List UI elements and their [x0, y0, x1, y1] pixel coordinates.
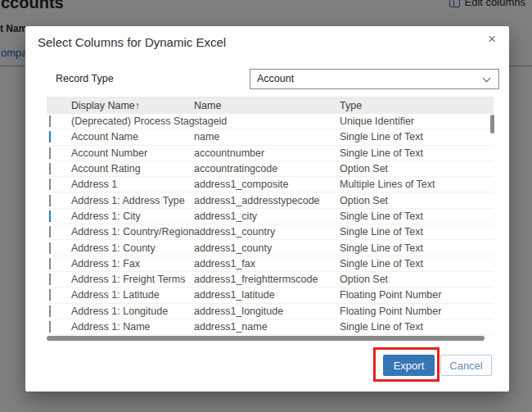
- checkmark-icon: ✓: [51, 131, 57, 138]
- name-cell: stageid: [194, 115, 340, 127]
- header-type[interactable]: Type: [340, 100, 494, 111]
- name-cell: address1_longitude: [194, 306, 340, 317]
- column-checkbox[interactable]: ✓: [49, 211, 51, 222]
- column-checkbox[interactable]: ✓: [49, 131, 51, 143]
- display-name-cell: Address 1: Fax: [71, 258, 194, 269]
- table-row[interactable]: ✓ Address 1: City address1_city Single L…: [47, 209, 494, 224]
- display-name-cell: Address 1: Address Type: [71, 195, 194, 206]
- record-type-select[interactable]: Account: [250, 69, 499, 89]
- vertical-scrollbar[interactable]: [490, 114, 494, 335]
- header-name[interactable]: Name: [194, 100, 340, 111]
- table-row[interactable]: Account Rating accountratingcode Option …: [47, 161, 494, 177]
- display-name-cell: Account Name: [71, 131, 194, 143]
- type-cell: Single Line of Text: [340, 147, 494, 159]
- column-checkbox[interactable]: [49, 226, 51, 238]
- vertical-scrollbar-thumb[interactable]: [490, 115, 494, 134]
- type-cell: Single Line of Text: [340, 211, 494, 222]
- checkmark-icon: ✓: [51, 211, 57, 218]
- name-cell: address1_city: [194, 211, 340, 222]
- table-row[interactable]: Address 1: Country/Region address1_count…: [47, 224, 494, 240]
- column-checkbox[interactable]: [49, 195, 51, 206]
- record-type-row: Record Type Account: [56, 69, 499, 89]
- type-cell: Option Set: [340, 195, 494, 206]
- name-cell: accountratingcode: [194, 163, 340, 174]
- name-cell: name: [194, 131, 340, 143]
- type-cell: Floating Point Number: [340, 289, 494, 301]
- display-name-cell: (Deprecated) Process Stage: [71, 115, 194, 127]
- sort-ascending-icon: ↑: [135, 100, 140, 111]
- table-row[interactable]: Address 1: Fax address1_fax Single Line …: [47, 256, 494, 272]
- display-name-cell: Address 1: County: [71, 242, 194, 254]
- type-cell: Floating Point Number: [340, 306, 494, 317]
- column-checkbox[interactable]: [49, 306, 51, 317]
- column-checkbox[interactable]: [49, 115, 51, 127]
- column-checkbox[interactable]: [49, 147, 51, 159]
- type-cell: Single Line of Text: [340, 131, 494, 143]
- horizontal-scrollbar-thumb[interactable]: [47, 336, 485, 341]
- name-cell: address1_composite: [194, 179, 340, 190]
- display-name-cell: Account Number: [71, 147, 194, 159]
- header-display-name[interactable]: Display Name↑: [71, 100, 194, 111]
- column-checkbox[interactable]: [49, 163, 51, 174]
- type-cell: Single Line of Text: [340, 242, 494, 254]
- type-cell: Option Set: [340, 274, 494, 285]
- close-icon[interactable]: ×: [488, 32, 496, 46]
- table-row[interactable]: Address 1: County address1_county Single…: [47, 240, 494, 256]
- record-type-value: Account: [257, 73, 294, 84]
- table-row[interactable]: Address 1: Address Type address1_address…: [47, 192, 494, 208]
- select-columns-dialog: Select Columns for Dynamic Excel × Recor…: [25, 26, 509, 392]
- table-row[interactable]: Account Number accountnumber Single Line…: [47, 146, 494, 161]
- display-name-cell: Address 1: Latitude: [71, 289, 194, 301]
- name-cell: address1_addresstypecode: [194, 195, 340, 206]
- display-name-cell: Address 1: Longitude: [71, 306, 194, 317]
- table-row[interactable]: (Deprecated) Process Stage stageid Uniqu…: [47, 114, 494, 129]
- record-type-label: Record Type: [56, 73, 114, 84]
- type-cell: Option Set: [340, 163, 494, 174]
- column-checkbox[interactable]: [49, 242, 51, 254]
- display-name-cell: Address 1: [71, 179, 194, 190]
- horizontal-scrollbar[interactable]: [47, 336, 485, 341]
- column-checkbox[interactable]: [49, 274, 51, 285]
- name-cell: address1_freighttermscode: [194, 274, 340, 285]
- table-row[interactable]: ✓ Account Name name Single Line of Text: [47, 129, 494, 145]
- type-cell: Multiple Lines of Text: [340, 179, 494, 190]
- table-row[interactable]: Address 1: Freight Terms address1_freigh…: [47, 272, 494, 287]
- table-row[interactable]: Address 1 address1_composite Multiple Li…: [47, 177, 494, 192]
- screen: ccounts t Name ompan Edit columns Select…: [0, 0, 532, 412]
- type-cell: Single Line of Text: [340, 321, 494, 333]
- display-name-cell: Address 1: Name: [71, 321, 194, 333]
- name-cell: accountnumber: [194, 147, 340, 159]
- chevron-down-icon: [483, 75, 491, 83]
- name-cell: address1_name: [194, 321, 340, 333]
- dialog-title: Select Columns for Dynamic Excel: [38, 35, 226, 49]
- display-name-cell: Account Rating: [71, 163, 194, 174]
- display-name-cell: Address 1: Country/Region: [71, 226, 194, 238]
- table-row[interactable]: Address 1: Latitude address1_latitude Fl…: [47, 287, 494, 303]
- display-name-cell: Address 1: Freight Terms: [71, 274, 194, 285]
- column-checkbox[interactable]: [49, 321, 51, 333]
- type-cell: Unique Identifier: [340, 115, 494, 127]
- columns-table: Display Name↑ Name Type (Deprecated) Pro…: [47, 97, 494, 335]
- column-checkbox[interactable]: [49, 179, 51, 190]
- column-checkbox[interactable]: [49, 289, 51, 301]
- column-checkbox[interactable]: [49, 258, 51, 269]
- name-cell: address1_fax: [194, 258, 340, 269]
- display-name-cell: Address 1: City: [71, 211, 194, 222]
- type-cell: Single Line of Text: [340, 258, 494, 269]
- export-button[interactable]: Export: [383, 355, 435, 376]
- name-cell: address1_country: [194, 226, 340, 238]
- table-row[interactable]: Address 1: Longitude address1_longitude …: [47, 304, 494, 319]
- name-cell: address1_latitude: [194, 289, 340, 301]
- type-cell: Single Line of Text: [340, 226, 494, 238]
- table-body: (Deprecated) Process Stage stageid Uniqu…: [47, 114, 494, 335]
- table-header-row: Display Name↑ Name Type: [47, 97, 494, 114]
- cancel-button[interactable]: Cancel: [440, 355, 492, 376]
- name-cell: address1_county: [194, 242, 340, 254]
- table-row[interactable]: Address 1: Name address1_name Single Lin…: [47, 319, 494, 335]
